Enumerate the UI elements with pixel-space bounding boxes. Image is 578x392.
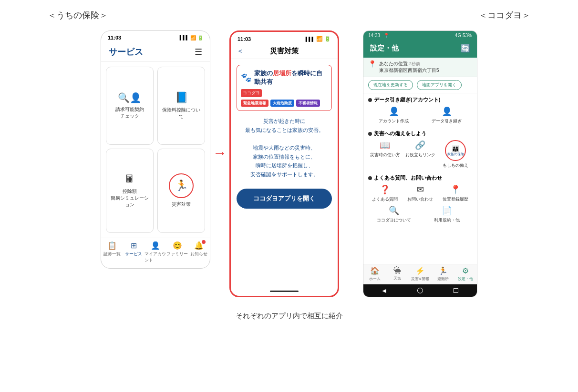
disaster-usage-label: 災害時の使い方 xyxy=(370,152,400,158)
nav-contracts[interactable]: 📋 証券一覧 xyxy=(101,241,123,263)
location-info: あなたの位置 2秒前 東京都新宿区西新宿六丁目5 xyxy=(379,60,439,74)
update-location-button[interactable]: 現在地を更新する xyxy=(368,80,413,90)
disaster-usage-item[interactable]: 📖 災害時の使い方 xyxy=(368,140,402,169)
moshimo-circle: 👨‍👩‍👧 家族の保険 xyxy=(445,140,466,161)
banner-tags: 緊急地震速報 大雨危険度 不審者情報 xyxy=(241,100,328,107)
tag-suspicious: 不審者情報 xyxy=(296,100,320,107)
moshimo-item[interactable]: 👨‍👩‍👧 家族の保険 もしもの備え xyxy=(439,140,472,169)
contact-item[interactable]: ✉ お問い合わせ xyxy=(403,184,437,202)
right-status-time: 14:33 📍 xyxy=(368,33,389,38)
disaster-prep-grid: 📖 災害時の使い方 🔗 お役立ちリンク 👨‍👩‍👧 家族の保険 もしもの備え xyxy=(363,138,477,171)
notices-label: お知らせ xyxy=(190,251,207,257)
m-signal-icon: ▌▌▌ xyxy=(306,37,315,41)
nav-family[interactable]: 😊 ファミリー xyxy=(166,241,188,263)
evacuation-icon: 🏃 xyxy=(438,266,448,275)
deduction-label: 保険料控除について xyxy=(162,107,201,120)
middle-status-time: 11:03 xyxy=(237,36,251,42)
m-wifi-icon: 📶 xyxy=(316,36,323,41)
right-bottom-nav: 🏠 ホーム 🌦 天気 ⚡ 災害&警報 🏃 避難所 ⚙ 設定・他 xyxy=(363,264,477,284)
nav-settings-r[interactable]: ⚙ 設定・他 xyxy=(454,266,477,281)
location-label: あなたの位置 xyxy=(379,61,408,66)
contracts-label: 証券一覧 xyxy=(103,251,121,257)
faq-grid: ❓ よくある質問 ✉ お問い合わせ 📍 位置登録履歴 xyxy=(363,182,477,205)
android-nav: ◄ xyxy=(363,284,477,297)
disaster-usage-icon: 📖 xyxy=(380,140,390,151)
services-icon: ⊞ xyxy=(131,241,137,250)
grid-item-deduction[interactable]: 📘 保険料控除について xyxy=(157,67,205,145)
location-address: 東京都新宿区西新宿六丁目5 xyxy=(379,67,439,74)
bottom-caption: それぞれのアプリ内で相互に紹介 xyxy=(236,312,343,321)
faq-item[interactable]: ❓ よくある質問 xyxy=(368,184,402,202)
nav-home-r[interactable]: 🏠 ホーム xyxy=(363,266,386,281)
middle-page-title: 災害対策 xyxy=(238,47,330,56)
nav-services[interactable]: ⊞ サービス xyxy=(123,241,145,263)
settings-icon: ⚙ xyxy=(462,266,469,275)
grid-item-disaster[interactable]: 🏃 災害対策 xyxy=(157,149,205,233)
nav-weather-r[interactable]: 🌦 天気 xyxy=(386,266,409,281)
disaster-label: 災害対策 xyxy=(172,201,191,208)
gps-icon: 📍 xyxy=(383,33,389,38)
section-account: データ引き継ぎ(アカウント) xyxy=(363,93,477,104)
left-grid: 🔍👤 請求可能契約チェック 📘 保険料控除について 🖩 控除額簡易シミュレーショ… xyxy=(101,62,210,238)
home-icon: 🏠 xyxy=(370,266,380,275)
grid-item-sim[interactable]: 🖩 控除額簡易シミュレーション xyxy=(106,149,154,233)
location-history-icon: 📍 xyxy=(450,184,461,195)
tag-rain: 大雨危険度 xyxy=(270,100,294,107)
m-battery-icon: 🔋 xyxy=(324,36,331,41)
grid-item-claim[interactable]: 🔍👤 請求可能契約チェック xyxy=(106,67,154,145)
page-container: ＜うちの保険＞ ＜ココダヨ＞ 11:03 ▌▌▌ 📶 🔋 サービス ☰ xyxy=(0,0,578,392)
account-create-item[interactable]: 👤 アカウント作成 xyxy=(368,106,419,124)
family-insurance-label: 家族の保険 xyxy=(447,152,464,156)
disaster-alert-icon: ⚡ xyxy=(415,266,425,275)
tag-earthquake: 緊急地震速報 xyxy=(241,100,268,107)
section-account-title: データ引き継ぎ(アカウント) xyxy=(374,96,440,103)
nav-evacuation-r[interactable]: 🏃 避難所 xyxy=(432,266,454,281)
refresh-icon[interactable]: 🔄 xyxy=(461,44,470,53)
nav-disaster-r[interactable]: ⚡ 災害&警報 xyxy=(409,266,432,281)
left-app-header-bar: サービス ☰ xyxy=(101,42,210,62)
android-back-icon: ◄ xyxy=(381,287,388,294)
screenshots-row: 11:03 ▌▌▌ 📶 🔋 サービス ☰ 🔍👤 請求可能契約チェック xyxy=(10,30,568,297)
battery-icon: 🔋 xyxy=(197,35,203,40)
nav-notices[interactable]: 🔔 お知らせ xyxy=(188,241,210,263)
account-label: マイアカウント xyxy=(144,251,166,263)
android-back-btn[interactable]: ◄ xyxy=(381,287,388,294)
data-transfer-item[interactable]: 👤 データ引き継ぎ xyxy=(421,106,472,124)
nav-account[interactable]: 👤 マイアカウント xyxy=(144,241,166,263)
back-button[interactable]: ＜ xyxy=(237,46,244,56)
terms-item[interactable]: 📄 利用規約・他 xyxy=(421,205,472,223)
about-item[interactable]: 🔍 ココダヨについて xyxy=(368,205,419,223)
left-bottom-nav: 📋 証券一覧 ⊞ サービス 👤 マイアカウント 😊 ファミリー xyxy=(101,238,210,268)
services-label: サービス xyxy=(125,251,142,257)
left-app-header: ＜うちの保険＞ xyxy=(48,10,108,21)
android-recent-btn[interactable] xyxy=(453,287,459,294)
right-status-bar: 14:33 📍 4G 53% xyxy=(363,31,477,40)
disaster-circle: 🏃 xyxy=(169,173,194,198)
home-bar xyxy=(270,291,299,292)
extra-grid: 🔍 ココダヨについて 📄 利用規約・他 xyxy=(363,205,477,226)
faq-label: よくある質問 xyxy=(372,196,398,202)
location-history-item[interactable]: 📍 位置登録履歴 xyxy=(439,184,472,202)
evacuation-label: 避難所 xyxy=(437,276,449,281)
android-home-icon xyxy=(417,288,423,293)
kokodayo-banner: 🐾 家族の居場所を瞬時に自動共有 ココダヨ 緊急地震速報 大雨危険度 不審者情報 xyxy=(237,65,332,111)
open-map-button[interactable]: 地図アプリを開く xyxy=(417,80,462,90)
account-create-label: アカウント作成 xyxy=(379,118,409,124)
weather-icon: 🌦 xyxy=(393,266,401,275)
middle-status-bar: 11:03 ▌▌▌ 📶 🔋 xyxy=(231,32,338,44)
banner-header: 🐾 家族の居場所を瞬時に自動共有 xyxy=(241,69,328,86)
hamburger-icon[interactable]: ☰ xyxy=(195,47,202,57)
android-recent-icon xyxy=(454,288,458,293)
data-transfer-label: データ引き継ぎ xyxy=(432,118,462,124)
useful-link-icon: 🔗 xyxy=(415,140,425,151)
middle-content: 🐾 家族の居場所を瞬時に自動共有 ココダヨ 緊急地震速報 大雨危険度 不審者情報 xyxy=(231,59,338,286)
android-home-btn[interactable] xyxy=(417,287,423,294)
faq-icon: ❓ xyxy=(380,184,390,195)
left-status-bar: 11:03 ▌▌▌ 📶 🔋 xyxy=(101,31,210,42)
kokodayo-logo: ココダヨ xyxy=(241,89,262,97)
open-app-button[interactable]: ココダヨアプリを開く xyxy=(237,189,332,209)
useful-link-item[interactable]: 🔗 お役立ちリンク xyxy=(403,140,437,169)
phone-right: 14:33 📍 4G 53% 設定・他 🔄 📍 あなたの位置 xyxy=(363,30,477,297)
moshimo-label: もしもの備え xyxy=(443,162,468,169)
section-dot-3 xyxy=(368,176,372,180)
